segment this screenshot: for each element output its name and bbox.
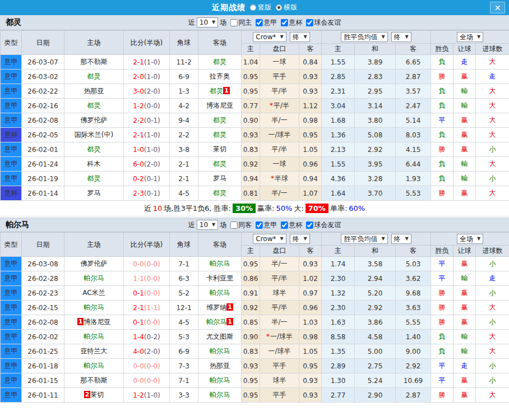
cell-handicap: 一球 xyxy=(260,157,299,172)
recent-count-value: 10 xyxy=(200,19,208,26)
section-header-torino: 都灵近10▼场同主意甲意杯球会友谊 xyxy=(0,15,509,30)
team-name: 帕尔马 xyxy=(210,376,230,384)
cell-odds-home: 0.83 xyxy=(242,344,260,359)
radio-icon[interactable] xyxy=(250,4,256,11)
team-name: 帕尔马 xyxy=(84,303,104,311)
checkbox-italy-cup[interactable] xyxy=(281,221,288,229)
handicap-text: 平手 xyxy=(273,72,286,80)
cell-avg-draw: 3.70 xyxy=(355,186,396,201)
summary-part: 赢率: xyxy=(257,204,274,214)
cell-result-wdl: 勝 xyxy=(431,286,454,301)
cell-result-handicap: 輸 xyxy=(454,172,476,186)
column-header: 类型 xyxy=(1,31,22,55)
column-subheader: 客 xyxy=(299,246,322,257)
fulltime-score: 4-0 xyxy=(133,348,144,356)
cell-result-handicap: 赢 xyxy=(454,315,476,330)
cell-avg-away: 6.44 xyxy=(396,157,431,172)
handicap-text: 平手 xyxy=(273,362,286,370)
cell-avg-draw: 2.75 xyxy=(355,359,396,373)
fulltime-score: 3-0 xyxy=(133,87,144,95)
result-text: 勝 xyxy=(439,303,446,311)
cell-league: 意甲 xyxy=(1,330,22,344)
result-text: 大 xyxy=(489,303,496,311)
cell-result-goals: 小 xyxy=(476,257,509,271)
red-card-badge: 1 xyxy=(223,87,230,94)
cell-league: 意甲 xyxy=(1,157,22,172)
team-name: 都灵 xyxy=(87,145,101,153)
dropdown-arrow-icon: ▼ xyxy=(304,35,307,39)
cell-home-team: 佛罗伦萨 xyxy=(64,113,124,128)
close-button[interactable]: ✕ xyxy=(490,2,505,13)
checkbox-serie-a[interactable] xyxy=(256,19,263,26)
cell-date: 26-02-28 xyxy=(22,271,64,286)
summary-part: 70% xyxy=(306,204,328,213)
result-text: 勝 xyxy=(439,318,446,326)
cell-avg-home: 8.58 xyxy=(322,330,355,344)
cell-score: 2-1(1-0) xyxy=(124,128,170,142)
live-star-icon: * xyxy=(266,333,270,340)
column-subheader: 盘口 xyxy=(260,246,299,257)
handicap-text: 平/半 xyxy=(271,87,287,95)
title-bar: 近期战绩 竖版 横版 ✕ xyxy=(0,0,509,15)
cell-away-team: 罗马 xyxy=(198,172,242,186)
column-header: 主场 xyxy=(64,31,124,55)
cell-odds-home: 0.90 xyxy=(242,113,260,128)
avg-time-select[interactable]: 终▼ xyxy=(391,234,411,244)
result-text: 赢 xyxy=(461,72,468,80)
checkbox-serie-a[interactable] xyxy=(256,221,263,229)
cell-league: 意甲 xyxy=(1,70,22,84)
cell-avg-draw: 3.14 xyxy=(355,99,396,113)
cell-odds-away: 0.84 xyxy=(299,55,322,70)
layout-option-vertical[interactable]: 竖版 xyxy=(250,3,271,12)
checkbox-same-home[interactable] xyxy=(230,19,238,26)
cell-result-wdl: 負 xyxy=(431,157,454,172)
cell-date: 26-02-08 xyxy=(22,315,64,330)
avg-odds-select[interactable]: 胜平负均值▼ xyxy=(341,234,387,244)
radio-icon[interactable] xyxy=(276,4,282,11)
handicap-text: 半/一 xyxy=(271,189,287,197)
cell-corners: 3-8 xyxy=(170,142,198,157)
cell-odds-home: 1.04 xyxy=(242,55,260,70)
result-text: 平 xyxy=(439,116,446,124)
result-text: 大 xyxy=(489,58,496,66)
column-subheader: 主 xyxy=(242,246,260,257)
halftime-score: (1-0) xyxy=(144,73,160,81)
scope-select[interactable]: 全场▼ xyxy=(457,234,483,244)
scope-select[interactable]: 全场▼ xyxy=(457,32,483,42)
checkbox-club-friendly[interactable] xyxy=(306,221,313,229)
cell-league: 意甲 xyxy=(1,359,22,373)
recent-count-select[interactable]: 10▼ xyxy=(197,17,218,27)
match-row: 意甲26-02-23AC米兰0-1(0-0)5-2帕尔马0.91球半0.971.… xyxy=(1,286,509,301)
cell-corners: 2-1 xyxy=(170,157,198,172)
checkbox-same-away[interactable] xyxy=(230,221,238,229)
cell-home-team: 国际米兰(中) xyxy=(64,128,124,142)
cell-away-team: 帕尔马1 xyxy=(198,315,242,330)
cell-score: 1-1(0-0) xyxy=(124,271,170,286)
cell-away-team: 尤文图斯 xyxy=(198,330,242,344)
cell-date: 26-01-15 xyxy=(22,373,64,388)
layout-option-horizontal[interactable]: 横版 xyxy=(276,3,297,12)
avg-time-select[interactable]: 终▼ xyxy=(391,32,411,42)
cell-odds-home: 0.90 xyxy=(242,330,260,344)
odds-time-select[interactable]: 终▼ xyxy=(290,234,310,244)
recent-count-select[interactable]: 10▼ xyxy=(197,220,218,230)
result-text: 赢 xyxy=(461,303,468,311)
column-header: 类型 xyxy=(1,233,22,257)
cell-score: 0-2(0-1) xyxy=(124,172,170,186)
result-text: 大 xyxy=(489,131,496,139)
checkbox-italy-cup[interactable] xyxy=(281,19,288,26)
avg-odds-select[interactable]: 胜平负均值▼ xyxy=(341,32,387,42)
odds-time-select[interactable]: 终▼ xyxy=(290,32,310,42)
summary-part: 30% xyxy=(233,204,256,213)
checkbox-club-friendly[interactable] xyxy=(306,19,313,26)
summary-part: 场,胜3平1负6, 胜率: xyxy=(164,204,231,214)
cell-away-team: 帕尔马 xyxy=(198,257,242,271)
halftime-score: (1-0) xyxy=(144,58,160,66)
odds-company-select[interactable]: Crow*▼ xyxy=(253,32,286,42)
team-name: 博洛尼亚 xyxy=(84,318,110,326)
cell-result-wdl: 平 xyxy=(431,373,454,388)
team-name: 都灵 xyxy=(87,174,101,182)
odds-company-select[interactable]: Crow*▼ xyxy=(253,234,286,244)
column-header: 角球 xyxy=(170,233,198,257)
cell-corners: 6-9 xyxy=(170,70,198,84)
